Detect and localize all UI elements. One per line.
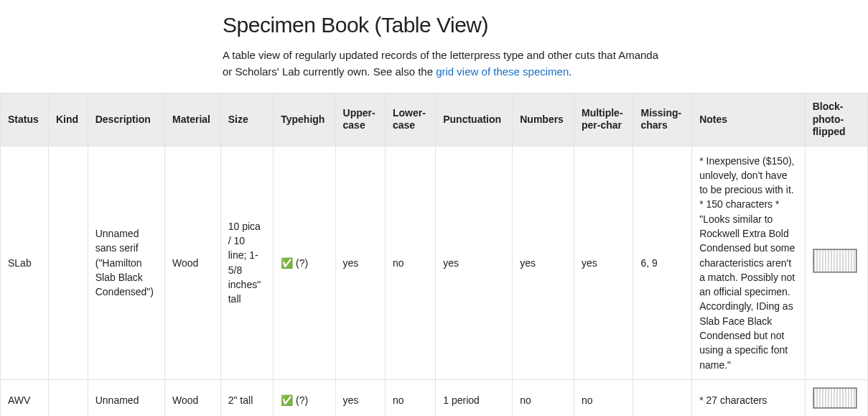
cell-upper: yes <box>335 379 385 416</box>
cell-description: Unnamed <box>88 379 164 416</box>
cell-typehigh: ✅ (?) <box>274 146 335 379</box>
cell-status: SLab <box>1 146 49 379</box>
cell-material: Wood <box>165 379 221 416</box>
col-header-kind: Kind <box>49 93 88 147</box>
col-header-punct: Punctuation <box>436 93 513 147</box>
cell-numbers: yes <box>513 146 574 379</box>
col-header-size: Size <box>220 93 274 147</box>
table-row: AWV Unnamed Wood 2" tall ✅ (?) yes no 1 … <box>1 379 868 416</box>
block-photo-thumbnail[interactable] <box>813 387 857 409</box>
cell-lower: no <box>385 379 435 416</box>
page-title: Specimen Book (Table View) <box>223 13 868 37</box>
cell-notes: * Inexpensive ($150), unlovely, don't ha… <box>692 146 806 379</box>
page-description: A table view of regularly updated record… <box>223 47 661 80</box>
cell-punct: yes <box>436 146 513 379</box>
cell-multi: no <box>574 379 633 416</box>
grid-view-link[interactable]: grid view of these specimen <box>436 65 569 78</box>
desc-post: . <box>569 65 571 78</box>
col-header-material: Material <box>165 93 221 147</box>
cell-size: 2" tall <box>220 379 274 416</box>
typehigh-value: ✅ (?) <box>281 394 308 406</box>
cell-multi: yes <box>574 146 633 379</box>
col-header-photo: Block-photo-flipped <box>805 93 867 147</box>
cell-photo <box>805 379 867 416</box>
block-photo-thumbnail[interactable] <box>813 249 857 273</box>
cell-upper: yes <box>335 146 385 379</box>
col-header-numbers: Numbers <box>513 93 574 147</box>
col-header-notes: Notes <box>692 93 806 147</box>
col-header-upper: Upper-case <box>335 93 385 147</box>
typehigh-value: ✅ (?) <box>281 257 308 269</box>
cell-description: Unnamed sans serif ("Hamilton Slab Black… <box>88 146 164 379</box>
cell-size: 10 pica / 10 line; 1-5/8 inches" tall <box>220 146 274 379</box>
cell-punct: 1 period <box>436 379 513 416</box>
table-header-row: Status Kind Description Material Size Ty… <box>1 93 868 147</box>
col-header-multi: Multiple-per-char <box>574 93 633 147</box>
cell-kind <box>49 379 88 416</box>
cell-material: Wood <box>165 146 221 379</box>
cell-numbers: no <box>513 379 574 416</box>
cell-missing: 6, 9 <box>633 146 692 379</box>
specimen-table: Status Kind Description Material Size Ty… <box>0 93 868 416</box>
cell-missing <box>633 379 692 416</box>
cell-photo <box>805 146 867 379</box>
cell-lower: no <box>385 146 435 379</box>
col-header-missing: Missing-chars <box>633 93 692 147</box>
col-header-lower: Lower-case <box>385 93 435 147</box>
table-row: SLab Unnamed sans serif ("Hamilton Slab … <box>1 146 868 379</box>
col-header-description: Description <box>88 93 164 147</box>
cell-kind <box>49 146 88 379</box>
cell-notes: * 27 characters <box>692 379 806 416</box>
col-header-status: Status <box>1 93 49 147</box>
cell-status: AWV <box>1 379 49 416</box>
cell-typehigh: ✅ (?) <box>274 379 335 416</box>
col-header-typehigh: Typehigh <box>274 93 335 147</box>
